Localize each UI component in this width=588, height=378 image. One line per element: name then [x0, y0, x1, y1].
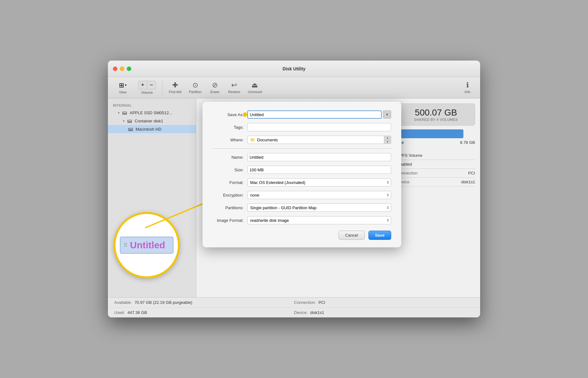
where-display: 📁 Documents [247, 136, 384, 144]
save-as-field-group: ▾ [247, 110, 391, 119]
bottom-bar: Available: 70.97 GB (22.19 GB purgeable)… [108, 297, 480, 317]
save-dialog: Save As: ▾ Tags: Where: [203, 102, 401, 247]
available-value: 70.97 GB (22.19 GB purgeable) [134, 300, 192, 305]
free-size: 8.78 GB [460, 140, 475, 145]
disk-size-box: 500.07 GB SHARED BY 4 VOLUMES [397, 103, 475, 126]
image-format-label: Image Format: [213, 218, 247, 223]
partitions-row: Partitions: Single partition - GUID Part… [213, 204, 391, 212]
format-select[interactable]: Mac OS Extended (Journaled) Mac OS Exten… [247, 178, 391, 186]
volume-label: Volume [141, 91, 153, 94]
minimize-button[interactable] [120, 67, 124, 71]
encryption-label: Encryption: [213, 193, 247, 198]
partitions-select[interactable]: Single partition - GUID Partition Map Si… [247, 204, 391, 212]
documents-icon: 📁 [250, 138, 255, 142]
info-label: Info [465, 90, 470, 94]
format-select-wrapper: Mac OS Extended (Journaled) Mac OS Exten… [247, 178, 391, 186]
partition-label: Partition [189, 90, 202, 94]
available-label: Available: [114, 300, 132, 305]
partition-button[interactable]: ⊙ Partition [186, 80, 205, 96]
main-content: Internal ▾ 🖴 APPLE SSD SM0512... ▾ 🖴 Con… [108, 98, 480, 297]
info-rows: APFS Volume Enabled Connection PCI Devic… [397, 151, 475, 186]
first-aid-button[interactable]: ✚ First Aid [166, 80, 185, 96]
save-button[interactable]: Save [368, 231, 391, 240]
title-bar: Disk Utility [108, 61, 480, 77]
view-dropdown-icon: ▾ [125, 83, 126, 87]
encryption-select[interactable]: none 128-bit AES 256-bit AES [247, 191, 391, 199]
disclosure-arrow-ssd: ▾ [118, 111, 120, 115]
volume-button[interactable]: + − Volume [135, 79, 159, 96]
where-stepper[interactable]: ▲ ▼ [384, 136, 391, 144]
yellow-dot [243, 112, 247, 117]
name-input[interactable] [247, 153, 391, 161]
image-format-select[interactable]: read/write disk image sparse disk image … [247, 216, 391, 224]
partitions-select-wrapper: Single partition - GUID Partition Map Si… [247, 204, 391, 212]
window-title: Disk Utility [283, 66, 305, 71]
unmount-label: Unmount [248, 90, 262, 94]
first-aid-label: First Aid [169, 90, 181, 94]
size-row: Size: [213, 166, 391, 174]
info-button[interactable]: ℹ Info [459, 80, 476, 96]
macintosh-hd-icon: 🖴 [128, 126, 133, 132]
used-cell: Used: 447.36 GB [114, 310, 294, 315]
toolbar-separator-1 [162, 81, 162, 95]
image-format-select-wrapper: read/write disk image sparse disk image … [247, 216, 391, 224]
unmount-icon: ⏏ [251, 82, 258, 89]
stepper-up-icon: ▲ [384, 136, 391, 140]
connection-bottom-label: Connection: [294, 300, 316, 305]
sidebar-item-container[interactable]: ▾ 🖴 Container disk1 [108, 117, 196, 125]
where-value: Documents [257, 138, 278, 142]
device-bottom-label: Device: [294, 310, 308, 315]
connection-cell: Connection: PCI [294, 300, 474, 305]
sidebar-item-container-label: Container disk1 [135, 119, 163, 123]
right-panel: 500.07 GB SHARED BY 4 VOLUMES free 8.78 … [392, 98, 480, 297]
connection-value: PCI [468, 171, 475, 175]
info-row-type: APFS Volume [397, 151, 475, 160]
traffic-lights [113, 67, 131, 71]
bottom-row-2: Used: 447.36 GB Device: disk1s1 [108, 308, 480, 317]
container-icon: 🖴 [127, 118, 132, 124]
restore-button[interactable]: ↩ Restore [225, 80, 244, 96]
disk-size-shared-label: SHARED BY 4 VOLUMES [402, 118, 470, 121]
save-as-row: Save As: ▾ [213, 110, 391, 119]
volume-add-icon: + [138, 81, 147, 89]
circle-grip-icon: ⠿ [124, 242, 127, 248]
main-window: Disk Utility ⊞ ▾ View + − Volume ✚ First… [108, 61, 480, 317]
info-row-device: Device disk1s1 [397, 178, 475, 186]
save-as-label: Save As: [213, 112, 247, 117]
sidebar-item-macintosh-hd[interactable]: 🖴 Macintosh HD [108, 125, 196, 133]
dialog-buttons: Cancel Save [213, 231, 391, 240]
sidebar: Internal ▾ 🖴 APPLE SSD SM0512... ▾ 🖴 Con… [108, 98, 196, 297]
partition-icon: ⊙ [192, 82, 198, 89]
disclosure-arrow-container: ▾ [123, 119, 125, 123]
restore-label: Restore [228, 90, 240, 94]
device-bottom-cell: Device: disk1s1 [294, 310, 474, 315]
save-as-input[interactable] [247, 110, 382, 119]
unmount-button[interactable]: ⏏ Unmount [245, 80, 265, 96]
device-value: disk1s1 [461, 180, 475, 184]
close-button[interactable] [113, 67, 117, 71]
sidebar-section-internal: Internal [108, 102, 196, 109]
tags-input[interactable] [247, 123, 391, 131]
connection-bottom-value: PCI [318, 300, 325, 305]
name-label: Name: [213, 155, 247, 160]
erase-icon: ⊘ [212, 82, 218, 89]
sidebar-item-ssd[interactable]: ▾ 🖴 APPLE SSD SM0512... [108, 109, 196, 117]
volume-remove-icon: − [147, 81, 156, 89]
erase-button[interactable]: ⊘ Erase [206, 80, 224, 96]
maximize-button[interactable] [127, 67, 131, 71]
save-as-dropdown-button[interactable]: ▾ [383, 110, 391, 119]
erase-label: Erase [210, 90, 220, 94]
image-format-row: Image Format: read/write disk image spar… [213, 216, 391, 224]
restore-icon: ↩ [231, 82, 237, 89]
info-icon: ℹ [466, 82, 469, 89]
cancel-button[interactable]: Cancel [338, 231, 364, 240]
format-label: Format: [213, 180, 247, 185]
name-row: Name: [213, 153, 391, 161]
format-row: Format: Mac OS Extended (Journaled) Mac … [213, 178, 391, 186]
partition-bar [397, 129, 463, 138]
used-label: Used: [114, 310, 125, 315]
tags-row: Tags: [213, 123, 391, 131]
view-button[interactable]: ⊞ ▾ View [112, 80, 134, 96]
size-input[interactable] [247, 166, 391, 174]
circle-field: ⠿ Untitled [120, 237, 173, 254]
